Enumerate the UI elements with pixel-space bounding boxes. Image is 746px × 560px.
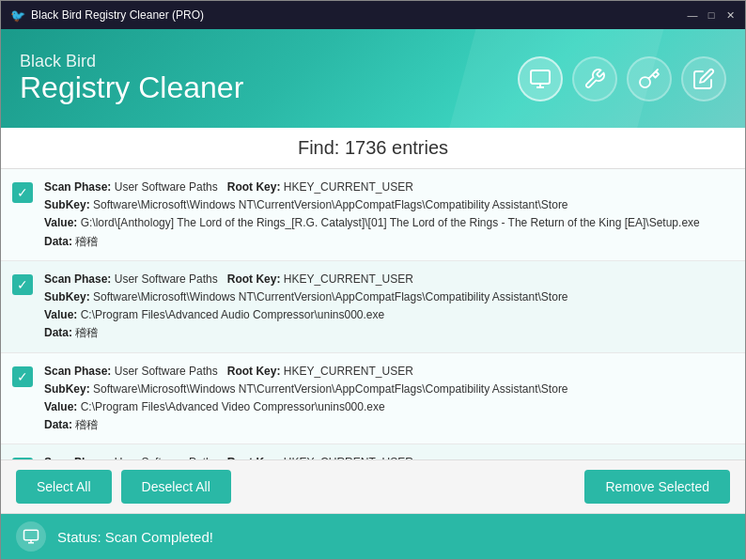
- scan-phase-line: Scan Phase: User Software Paths Root Key…: [44, 454, 734, 460]
- monitor-icon: [529, 68, 552, 90]
- tools-button[interactable]: [572, 56, 617, 101]
- title-bar-controls[interactable]: — □ ✕: [687, 9, 736, 21]
- subkey-line: SubKey: Software\Microsoft\Windows NT\Cu…: [44, 196, 734, 214]
- header-banner: Black Bird Registry Cleaner: [1, 29, 745, 128]
- value-line: Value: C:\Program Files\Advanced Audio C…: [44, 306, 734, 324]
- table-row[interactable]: ✓ Scan Phase: User Software Paths Root K…: [1, 353, 745, 445]
- table-row[interactable]: ✓ Scan Phase: User Software Paths Root K…: [1, 444, 745, 460]
- result-content: Scan Phase: User Software Paths Root Key…: [44, 179, 734, 251]
- table-row[interactable]: ✓ Scan Phase: User Software Paths Root K…: [1, 261, 745, 353]
- scan-phase-line: Scan Phase: User Software Paths Root Key…: [44, 363, 734, 381]
- status-bar: Status: Scan Completed!: [1, 514, 745, 559]
- data-line: Data: 稽稽: [44, 324, 734, 342]
- result-checkbox[interactable]: ✓: [12, 366, 33, 387]
- title-bar: 🐦 Black Bird Registry Cleaner (PRO) — □ …: [1, 1, 745, 29]
- key-button[interactable]: [627, 56, 672, 101]
- result-content: Scan Phase: User Software Paths Root Key…: [44, 363, 734, 435]
- app-name: Registry Cleaner: [20, 71, 243, 104]
- minimize-button[interactable]: —: [687, 9, 698, 21]
- subkey-line: SubKey: Software\Microsoft\Windows NT\Cu…: [44, 288, 734, 306]
- scan-phase-line: Scan Phase: User Software Paths Root Key…: [44, 271, 734, 288]
- header-icons: [518, 56, 726, 101]
- result-content: Scan Phase: User Software Paths Root Key…: [44, 454, 734, 460]
- value-line: Value: G:\lord\[Anthology] The Lord of t…: [44, 214, 734, 232]
- edit-button[interactable]: [681, 56, 726, 101]
- status-icon: [16, 521, 46, 552]
- scan-phase-line: Scan Phase: User Software Paths Root Key…: [44, 179, 734, 196]
- find-bar: Find: 1736 entries: [1, 128, 745, 169]
- remove-selected-button[interactable]: Remove Selected: [584, 470, 730, 504]
- table-row[interactable]: ✓ Scan Phase: User Software Paths Root K…: [1, 169, 745, 261]
- result-checkbox[interactable]: ✓: [12, 274, 33, 295]
- svg-rect-3: [24, 530, 39, 540]
- result-checkbox[interactable]: ✓: [12, 182, 33, 203]
- deselect-all-button[interactable]: Deselect All: [121, 470, 231, 504]
- monitor-status-icon: [23, 528, 39, 545]
- brand-name: Black Bird: [20, 52, 243, 71]
- select-all-button[interactable]: Select All: [16, 470, 112, 504]
- key-icon: [638, 68, 661, 90]
- app-icon: 🐦: [10, 8, 25, 23]
- find-count: 1736 entries: [345, 137, 448, 158]
- value-line: Value: C:\Program Files\Advanced Video C…: [44, 398, 734, 416]
- result-checkbox[interactable]: ✓: [12, 458, 33, 460]
- results-container[interactable]: ✓ Scan Phase: User Software Paths Root K…: [1, 169, 745, 460]
- svg-rect-0: [531, 70, 550, 84]
- button-bar: Select All Deselect All Remove Selected: [1, 460, 745, 514]
- data-line: Data: 稽稽: [44, 416, 734, 434]
- subkey-line: SubKey: Software\Microsoft\Windows NT\Cu…: [44, 381, 734, 398]
- data-line: Data: 稽稽: [44, 233, 734, 251]
- close-button[interactable]: ✕: [724, 9, 736, 21]
- result-content: Scan Phase: User Software Paths Root Key…: [44, 271, 734, 343]
- window-title: Black Bird Registry Cleaner (PRO): [31, 8, 204, 22]
- find-label: Find:: [298, 137, 345, 158]
- header-title: Black Bird Registry Cleaner: [20, 52, 243, 104]
- monitor-button[interactable]: [518, 56, 563, 101]
- title-bar-left: 🐦 Black Bird Registry Cleaner (PRO): [10, 8, 204, 23]
- tools-icon: [583, 68, 606, 90]
- status-text: Status: Scan Completed!: [57, 529, 213, 545]
- maximize-button[interactable]: □: [706, 9, 717, 21]
- edit-icon: [692, 68, 715, 90]
